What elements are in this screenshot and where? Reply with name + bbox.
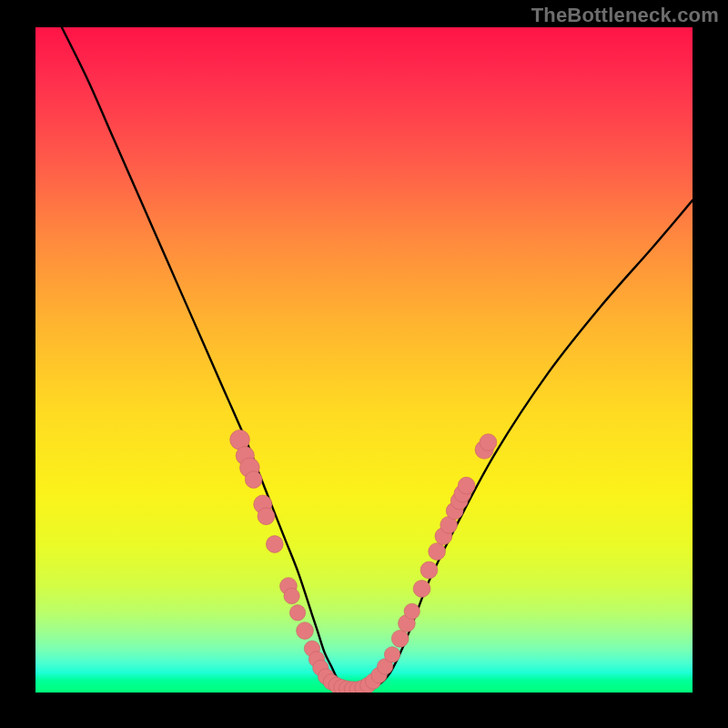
watermark-text: TheBottleneck.com — [531, 4, 719, 27]
chart-svg — [35, 27, 693, 693]
curve-marker — [404, 603, 420, 619]
curve-marker — [480, 434, 497, 451]
curve-marker — [413, 581, 430, 598]
plot-area — [35, 27, 693, 693]
curve-marker — [258, 508, 275, 525]
curve-marker — [289, 605, 305, 621]
curve-marker — [384, 647, 399, 662]
curve-marker — [391, 630, 409, 647]
curve-marker-group — [230, 430, 497, 693]
curve-marker — [458, 477, 475, 494]
curve-marker — [429, 543, 446, 561]
curve-marker — [284, 588, 299, 603]
curve-marker — [297, 622, 314, 640]
curve-marker — [420, 561, 438, 579]
chart-root: TheBottleneck.com — [0, 0, 728, 728]
curve-marker — [266, 536, 283, 553]
bottleneck-curve — [62, 27, 693, 691]
curve-marker — [245, 471, 262, 489]
